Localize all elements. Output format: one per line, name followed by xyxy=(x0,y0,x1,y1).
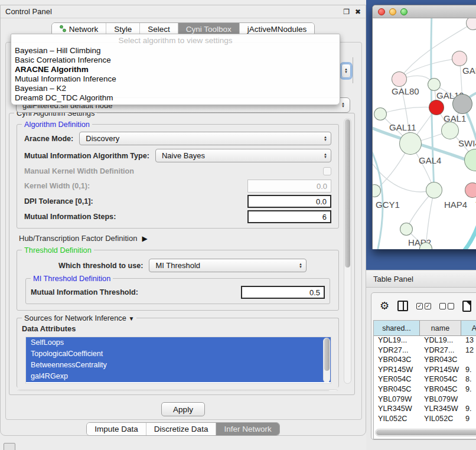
algorithm-combo-stepper[interactable]: ▲▼ xyxy=(341,64,351,78)
cyni-algorithm-settings-group: Cyni Algorithm Settings Algorithm Defini… xyxy=(9,113,355,395)
table-cell: YBR043C xyxy=(374,356,420,366)
select-all-icon[interactable]: ✓ ✓ xyxy=(416,303,431,309)
function-page-icon[interactable] xyxy=(462,301,471,312)
table-row[interactable]: YPR145WYPR145W9. xyxy=(374,366,476,376)
table-cell: YBR043C xyxy=(420,356,461,366)
tab-infer-network[interactable]: Infer Network xyxy=(216,423,279,435)
table-row[interactable]: YIL052CYIL052C9 xyxy=(374,415,476,425)
deselect-all-icon[interactable] xyxy=(439,303,454,309)
dropdown-item-mutual-information-inference[interactable]: Mutual Information Inference xyxy=(11,74,340,84)
float-icon[interactable]: ❐ xyxy=(343,8,350,15)
network-node-gal10[interactable] xyxy=(428,78,441,91)
settings-h-scrollbar[interactable] xyxy=(17,389,339,391)
dropdown-item-bayesian-hill-climbing[interactable]: Bayesian – Hill Climbing xyxy=(11,46,340,56)
table-panel-title: Table Panel xyxy=(373,275,413,283)
node-table[interactable]: shared...nameA YDL19...YDL19...13YDR27..… xyxy=(373,320,476,439)
network-node-y[interactable] xyxy=(465,182,476,198)
network-node-gal4[interactable] xyxy=(399,132,422,155)
dropdown-item-aracne-algorithm[interactable]: ARACNE Algorithm xyxy=(11,65,340,74)
network-node-hap2[interactable] xyxy=(400,223,413,236)
table-row[interactable]: YER054CYER054C8. xyxy=(374,375,476,385)
table-row[interactable]: YLR345WYLR345W9. xyxy=(374,405,476,415)
settings-v-scrollbar[interactable] xyxy=(344,118,351,384)
dpi-tolerance-field[interactable] xyxy=(247,195,331,208)
tab-discretize-data[interactable]: Discretize Data xyxy=(146,423,217,435)
kernel-width-field[interactable] xyxy=(247,180,331,193)
node-label-gal80: GAL80 xyxy=(392,86,419,96)
zoom-traffic-light-icon[interactable] xyxy=(400,8,407,15)
network-node-gal80[interactable] xyxy=(392,71,407,87)
mi-type-value: Naive Bayes xyxy=(162,151,205,160)
dropdown-item-basic-correlation-inference[interactable]: Basic Correlation Inference xyxy=(11,56,340,65)
minimize-traffic-light-icon[interactable] xyxy=(389,8,396,15)
tab-label: Select xyxy=(148,25,170,34)
aracne-mode-value: Discovery xyxy=(86,134,119,143)
network-node-gal[interactable] xyxy=(452,51,467,66)
stepper-icons: ▲▼ xyxy=(339,98,347,112)
split-columns-icon[interactable] xyxy=(397,301,408,311)
network-window-titlebar[interactable] xyxy=(373,5,476,18)
table-row[interactable]: YDL19...YDL19...13 xyxy=(374,336,476,346)
attributes-list[interactable]: SelfLoopsTopologicalCoefficientBetweenne… xyxy=(25,337,331,384)
algorithm-definition-group: Algorithm Definition Aracne Mode: Discov… xyxy=(17,124,339,229)
data-attributes-label: Data Attributes xyxy=(22,324,336,333)
settings-h-scrollbar-thumb[interactable] xyxy=(18,390,331,391)
tab-impute-data[interactable]: Impute Data xyxy=(87,423,146,435)
tab-label: Impute Data xyxy=(94,425,138,433)
list-v-scrollbar[interactable] xyxy=(323,338,330,383)
table-cell: 12 xyxy=(461,346,476,356)
attribute-item-gal4rgexp[interactable]: gal4RGexp xyxy=(26,371,331,382)
table-h-scrollbar-thumb[interactable] xyxy=(376,430,476,435)
column-header-a[interactable]: A xyxy=(461,321,476,335)
which-threshold-combobox[interactable]: MI Threshold ▲▼ xyxy=(149,259,307,272)
collapsed-panel-icon[interactable] xyxy=(4,443,15,450)
mi-threshold-field[interactable] xyxy=(241,286,325,299)
attribute-item-selfloops[interactable]: SelfLoops xyxy=(26,337,331,348)
table-row[interactable]: YBL079WYBL079W xyxy=(374,395,476,405)
mi-steps-field[interactable] xyxy=(247,210,331,223)
table-h-scrollbar[interactable] xyxy=(375,429,476,436)
column-header-shared[interactable]: shared... xyxy=(374,321,420,335)
hub-definition-toggle[interactable]: Hub/Transcription Factor Definition ▶ xyxy=(19,234,339,243)
table-cell: YLR345W xyxy=(420,405,461,415)
algorithm-dropdown-popup: Select algorithm to view settings Bayesi… xyxy=(11,34,340,105)
node-label-gal: GAL xyxy=(462,66,476,76)
table-row[interactable]: YBR043CYBR043C xyxy=(374,356,476,366)
table-row[interactable]: YDR27...YDR27...12 xyxy=(374,346,476,356)
manual-kernel-checkbox[interactable] xyxy=(323,167,331,175)
table-cell: YBR045C xyxy=(374,385,420,395)
network-node[interactable] xyxy=(429,100,444,115)
manual-kernel-label: Manual Kernel Width Definition xyxy=(24,167,134,175)
table-header: shared...nameA xyxy=(374,321,476,336)
attribute-item-topologicalcoefficient[interactable]: TopologicalCoefficient xyxy=(26,348,331,360)
node-label-gal4: GAL4 xyxy=(419,155,441,165)
table-cell: YDR27... xyxy=(374,346,420,356)
expanded-arrow-icon[interactable]: ▼ xyxy=(128,315,134,322)
hub-definition-label: Hub/Transcription Factor Definition xyxy=(19,234,137,243)
apply-button[interactable]: Apply xyxy=(161,402,205,416)
stepper-icons: ▲▼ xyxy=(296,259,305,272)
close-icon[interactable]: ✖ xyxy=(355,8,361,15)
attribute-item-betweennesscentrality[interactable]: BetweennessCentrality xyxy=(26,360,331,371)
gear-icon[interactable]: ⚙ xyxy=(380,301,389,311)
table-cell xyxy=(461,395,476,405)
network-canvas[interactable]: GALGAL80GAL10GAL1GAL11GAL4SWI4GCY1HAP4YH… xyxy=(373,18,476,249)
table-panel-body: ⚙ ✓ ✓ shared...nameA YDL19...YDL19...13Y… xyxy=(371,292,476,440)
network-node-gal1[interactable] xyxy=(441,122,459,139)
tab-label: Infer Network xyxy=(224,425,271,433)
table-cell: 9 xyxy=(461,415,476,425)
close-traffic-light-icon[interactable] xyxy=(378,8,385,15)
dropdown-item-bayesian-k2[interactable]: Bayesian – K2 xyxy=(11,84,340,93)
tab-label: Network xyxy=(69,25,99,34)
list-v-scrollbar-thumb[interactable] xyxy=(324,338,330,371)
network-node-hap4[interactable] xyxy=(426,182,442,198)
column-header-name[interactable]: name xyxy=(420,321,461,335)
aracne-mode-combobox[interactable]: Discovery ▲▼ xyxy=(79,132,331,145)
dropdown-item-dream8-dc-tdc-algorithm[interactable]: Dream8 DC_TDC Algorithm xyxy=(11,93,340,103)
settings-v-scrollbar-thumb[interactable] xyxy=(345,119,350,268)
network-node-gal11[interactable] xyxy=(374,107,387,120)
network-node[interactable] xyxy=(452,94,472,114)
mi-type-combobox[interactable]: Naive Bayes ▲▼ xyxy=(155,149,331,162)
table-row[interactable]: YBR045CYBR045C9. xyxy=(374,385,476,395)
threshold-definition-title: Threshold Definition xyxy=(22,246,94,255)
